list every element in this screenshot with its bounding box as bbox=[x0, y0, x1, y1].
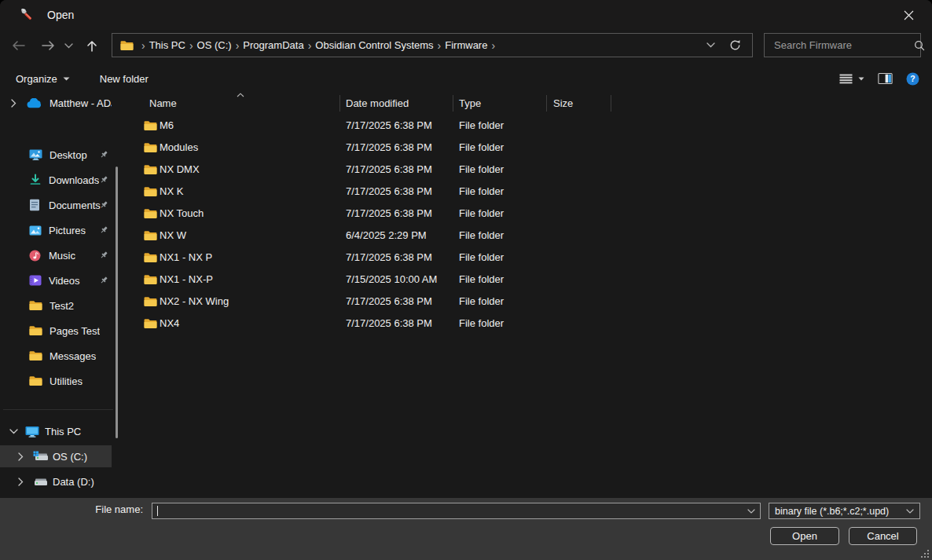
open-button[interactable]: Open bbox=[770, 527, 839, 545]
file-name: NX K bbox=[160, 181, 183, 203]
sidebar-item-messages[interactable]: Messages bbox=[0, 345, 112, 367]
file-date-modified: 7/17/2025 6:38 PM bbox=[346, 159, 432, 181]
chevron-down-icon[interactable] bbox=[747, 509, 755, 514]
file-row[interactable]: NX4 7/17/2025 6:38 PM File folder bbox=[126, 313, 932, 335]
preview-pane-icon[interactable] bbox=[878, 73, 893, 84]
pin-icon bbox=[99, 150, 108, 159]
file-row[interactable]: NX1 - NX-P 7/15/2025 10:00 AM File folde… bbox=[126, 269, 932, 291]
file-list: M6 7/17/2025 6:38 PM File folder Modules… bbox=[126, 115, 932, 335]
chevron-down-icon bbox=[906, 509, 914, 514]
column-divider[interactable] bbox=[546, 95, 547, 112]
file-row[interactable]: M6 7/17/2025 6:38 PM File folder bbox=[126, 115, 932, 137]
sidebar-item-test2[interactable]: Test2 bbox=[0, 295, 112, 317]
file-date-modified: 7/17/2025 6:38 PM bbox=[346, 291, 432, 313]
search-box[interactable] bbox=[764, 33, 921, 57]
file-date-modified: 7/17/2025 6:38 PM bbox=[346, 137, 432, 159]
column-header-name[interactable]: Name bbox=[149, 96, 177, 112]
file-type-dropdown[interactable]: binary file (*.b6;*.c2;*.upd) bbox=[769, 503, 920, 519]
sidebar-item-utilities[interactable]: Utilities bbox=[0, 370, 112, 392]
wrench-icon bbox=[20, 8, 35, 22]
pin-icon bbox=[99, 200, 108, 210]
sidebar-item-label: Documents bbox=[49, 199, 101, 211]
file-name: NX1 - NX-P bbox=[160, 269, 213, 291]
file-type: File folder bbox=[459, 181, 504, 203]
file-name: M6 bbox=[160, 115, 174, 137]
sidebar-item-documents[interactable]: Documents bbox=[0, 194, 112, 216]
this-pc-icon bbox=[25, 426, 39, 437]
cancel-button[interactable]: Cancel bbox=[849, 527, 917, 545]
chevron-right-icon[interactable] bbox=[18, 452, 24, 461]
folder-icon bbox=[144, 164, 157, 175]
sidebar-item-desktop[interactable]: Desktop bbox=[0, 144, 112, 166]
new-folder-label: New folder bbox=[100, 73, 149, 85]
title-bar[interactable]: Open bbox=[0, 0, 932, 30]
pin-icon bbox=[99, 251, 108, 260]
file-row[interactable]: NX DMX 7/17/2025 6:38 PM File folder bbox=[126, 159, 932, 181]
search-input[interactable] bbox=[772, 38, 914, 52]
details-view-icon bbox=[839, 74, 853, 84]
up-button[interactable] bbox=[80, 35, 104, 57]
address-dropdown-icon[interactable] bbox=[706, 42, 715, 48]
breadcrumb-item[interactable]: OS (C:) bbox=[196, 39, 233, 51]
chevron-down-icon[interactable] bbox=[9, 429, 18, 434]
sidebar-item-this-pc[interactable]: This PC bbox=[0, 420, 112, 442]
file-name-input[interactable] bbox=[160, 504, 747, 518]
file-row[interactable]: Modules 7/17/2025 6:38 PM File folder bbox=[126, 137, 932, 159]
column-divider[interactable] bbox=[611, 95, 611, 112]
pin-icon bbox=[99, 175, 108, 185]
breadcrumb-item[interactable]: ProgramData bbox=[241, 39, 305, 51]
downloads-icon bbox=[29, 174, 42, 186]
command-toolbar: Organize New folder bbox=[0, 67, 932, 90]
folder-icon bbox=[29, 350, 42, 361]
column-header-date-modified[interactable]: Date modified bbox=[346, 96, 409, 112]
sidebar-item-pictures[interactable]: Pictures bbox=[0, 219, 112, 241]
data-drive-icon bbox=[33, 476, 49, 488]
file-row[interactable]: NX2 - NX Wing 7/17/2025 6:38 PM File fol… bbox=[126, 291, 932, 313]
folder-icon bbox=[144, 274, 157, 285]
file-date-modified: 7/17/2025 6:38 PM bbox=[346, 203, 432, 225]
sidebar-item-data-d-drive[interactable]: Data (D:) bbox=[0, 470, 112, 492]
sidebar-item-label: Pages Test bbox=[50, 325, 100, 337]
file-row[interactable]: NX W 6/4/2025 2:29 PM File folder bbox=[126, 225, 932, 247]
column-divider[interactable] bbox=[453, 95, 453, 112]
change-view-button[interactable] bbox=[839, 74, 864, 84]
file-row[interactable]: NX K 7/17/2025 6:38 PM File folder bbox=[126, 181, 932, 203]
file-row[interactable]: NX Touch 7/17/2025 6:38 PM File folder bbox=[126, 203, 932, 225]
sidebar-item-downloads[interactable]: Downloads bbox=[0, 169, 112, 191]
folder-icon bbox=[144, 296, 157, 307]
chevron-right-icon[interactable] bbox=[18, 478, 24, 486]
breadcrumb-item[interactable]: This PC bbox=[148, 39, 187, 51]
file-type-value: binary file (*.b6;*.c2;*.upd) bbox=[775, 506, 901, 517]
desktop-icon bbox=[29, 149, 42, 160]
sidebar-item-videos[interactable]: Videos bbox=[0, 269, 112, 291]
sidebar-item-pages-test[interactable]: Pages Test bbox=[0, 320, 112, 342]
sidebar-item-onedrive[interactable]: Matthew - ADJ F bbox=[0, 92, 112, 114]
column-header-size[interactable]: Size bbox=[553, 96, 573, 112]
breadcrumb-separator-icon: › bbox=[489, 40, 497, 51]
back-button[interactable] bbox=[6, 35, 30, 57]
breadcrumb-item[interactable]: Obsidian Control Systems bbox=[314, 39, 435, 51]
new-folder-button[interactable]: New folder bbox=[94, 70, 155, 88]
sidebar-item-os-c-drive[interactable]: OS (C:) bbox=[0, 445, 112, 467]
chevron-right-icon[interactable] bbox=[11, 99, 17, 108]
resize-grip-icon[interactable] bbox=[919, 548, 929, 558]
search-icon[interactable] bbox=[914, 40, 925, 51]
column-header-type[interactable]: Type bbox=[459, 96, 481, 112]
forward-button[interactable] bbox=[36, 35, 60, 57]
organize-button[interactable]: Organize bbox=[9, 70, 76, 88]
breadcrumb-item[interactable]: Firmware bbox=[443, 39, 489, 51]
file-name-combobox[interactable] bbox=[152, 503, 761, 519]
refresh-icon[interactable] bbox=[729, 39, 741, 51]
close-button[interactable] bbox=[891, 2, 926, 27]
sidebar-item-music[interactable]: Music bbox=[0, 244, 112, 266]
sidebar-item-label: Test2 bbox=[50, 300, 74, 312]
column-divider[interactable] bbox=[339, 95, 340, 112]
help-icon[interactable]: ? bbox=[906, 72, 919, 86]
arrow-right-icon bbox=[41, 40, 56, 51]
breadcrumb: ›This PC›OS (C:)›ProgramData›Obsidian Co… bbox=[139, 39, 497, 51]
recent-locations-button[interactable] bbox=[60, 35, 77, 57]
sidebar-item-label: Utilities bbox=[50, 375, 83, 387]
sidebar-scrollbar[interactable] bbox=[116, 167, 118, 438]
file-row[interactable]: NX1 - NX P 7/17/2025 6:38 PM File folder bbox=[126, 247, 932, 269]
address-bar[interactable]: ›This PC›OS (C:)›ProgramData›Obsidian Co… bbox=[112, 33, 753, 57]
